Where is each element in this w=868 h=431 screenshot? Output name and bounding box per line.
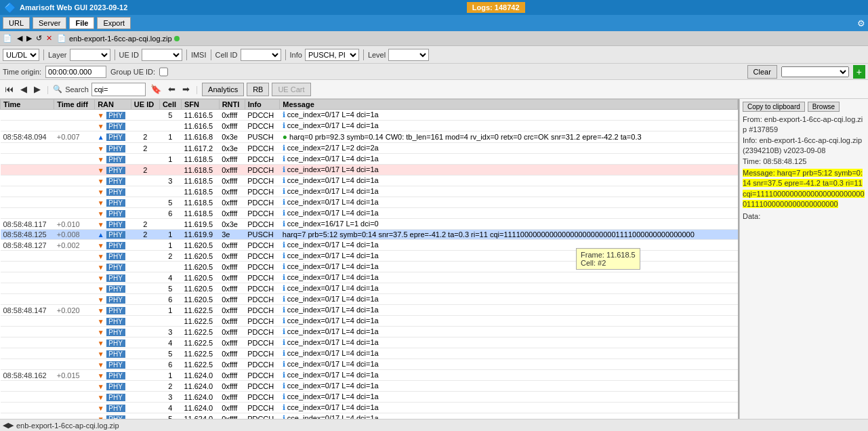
group-ue-id-checkbox[interactable]: [159, 66, 168, 78]
rp-message: Message: harq=7 prb=5:12 symb=0:14 snr=3…: [743, 168, 865, 210]
col-message[interactable]: Message: [280, 100, 738, 110]
cell-time: [1, 403, 54, 413]
cell-cell: 5: [159, 283, 181, 294]
browse-button[interactable]: Browse: [808, 102, 840, 112]
bookmark-button[interactable]: 🔖: [148, 83, 163, 95]
table-row[interactable]: 08:58:48.127 +0.002 ▼ PHY 1 11.620.5 0xf…: [1, 240, 738, 251]
next-match-button[interactable]: ➡: [180, 83, 192, 95]
table-row[interactable]: ▼ PHY 3 11.622.5 0xffff PDCCH ℹ cce_inde…: [1, 327, 738, 337]
clear-button[interactable]: Clear: [747, 65, 777, 79]
table-row[interactable]: ▼ PHY 11.622.5 0xffff PDCCH ℹ cce_index=…: [1, 316, 738, 327]
rp-info: Info: enb-export-1-6cc-ap-cqi.log.zip (2…: [743, 136, 865, 157]
rp-from: From: enb-export-1-6cc-ap-cqi.log.zip #1…: [743, 115, 865, 136]
table-row[interactable]: ▼ PHY 5 11.622.5 0xffff PDCCH ℹ cce_inde…: [1, 348, 738, 359]
table-row[interactable]: ▼ PHY 5 11.624.0 0xffff PDCCH ℹ cce_inde…: [1, 413, 738, 419]
table-row[interactable]: ▼ PHY 11.618.5 0xffff PDCCH ℹ cce_index=…: [1, 186, 738, 197]
table-row[interactable]: ▼ PHY 3 11.618.5 0xffff PDCCH ℹ cce_inde…: [1, 176, 738, 186]
table-row[interactable]: ▼ PHY 5 11.618.5 0xffff PDCCH ℹ cce_inde…: [1, 197, 738, 208]
col-rnti[interactable]: RNTI: [219, 100, 245, 110]
cell-sfn: 11.619.5: [181, 219, 219, 230]
table-row[interactable]: ▼ PHY 6 11.618.5 0xffff PDCCH ℹ cce_inde…: [1, 208, 738, 219]
nav-back[interactable]: ◀: [15, 34, 24, 43]
table-row[interactable]: ▼ PHY 3 11.624.0 0xffff PDCCH ℹ cce_inde…: [1, 392, 738, 403]
cell-time: [1, 413, 54, 419]
cell-sfn: 11.624.0: [181, 381, 219, 392]
nav-forward[interactable]: ▶: [24, 34, 34, 43]
url-button[interactable]: URL: [3, 17, 30, 29]
col-info[interactable]: Info: [245, 100, 280, 110]
cell-ueid: [131, 121, 159, 131]
table-row[interactable]: ▼ PHY 1 11.618.5 0xffff PDCCH ℹ cce_inde…: [1, 154, 738, 165]
table-row[interactable]: ▼ PHY 2 11.624.0 0xffff PDCCH ℹ cce_inde…: [1, 381, 738, 392]
table-row[interactable]: ▼ PHY 2 11.617.2 0x3e PDCCH ℹ cce_index=…: [1, 143, 738, 154]
analytics-button[interactable]: Analytics: [202, 83, 244, 96]
cell-sfn: 11.622.5: [181, 305, 219, 316]
nav-stop[interactable]: ✕: [44, 34, 54, 43]
cell-cell: [159, 262, 181, 272]
cell-id-select[interactable]: [241, 49, 281, 61]
cell-time: [1, 381, 54, 392]
ue-cart-button[interactable]: UE Cart: [272, 83, 310, 96]
search-input[interactable]: [91, 83, 146, 96]
col-ran[interactable]: RAN: [95, 100, 131, 110]
table-row[interactable]: ▼ PHY 5 11.620.5 0xffff PDCCH ℹ cce_inde…: [1, 283, 738, 294]
cell-timediff: [54, 294, 95, 305]
cell-timediff: +0.008: [54, 230, 95, 240]
cell-sfn: 11.624.0: [181, 403, 219, 413]
table-row[interactable]: 08:58:48.094 +0.007 ▲ PHY 2 1 11.616.8 0…: [1, 131, 738, 143]
cell-info: PDCCH: [245, 316, 280, 327]
table-row[interactable]: ▼ PHY 11.620.5 0xffff PDCCH ℹ cce_index=…: [1, 262, 738, 272]
clear-select[interactable]: [781, 66, 849, 77]
cell-info: PUSCH: [245, 230, 280, 240]
add-button[interactable]: +: [853, 65, 865, 79]
col-cell[interactable]: Cell: [159, 100, 181, 110]
level-select[interactable]: [388, 49, 429, 61]
cell-ran: ▼ PHY: [95, 154, 131, 165]
table-row[interactable]: ▼ PHY 4 11.624.0 0xffff PDCCH ℹ cce_inde…: [1, 403, 738, 413]
table-row[interactable]: 08:58:48.162 +0.015 ▼ PHY 1 11.624.0 0xf…: [1, 370, 738, 381]
cell-rnti: 0xffff: [219, 154, 245, 165]
cell-timediff: [54, 110, 95, 121]
file-button[interactable]: File: [69, 17, 94, 29]
table-row[interactable]: 08:58:48.125 +0.008 ▲ PHY 2 1 11.619.9 3…: [1, 230, 738, 240]
server-button[interactable]: Server: [33, 17, 66, 29]
export-button[interactable]: Export: [97, 17, 131, 29]
cell-rnti: 3e: [219, 230, 245, 240]
time-origin-input[interactable]: [45, 66, 106, 78]
cell-time: [1, 143, 54, 154]
info-select[interactable]: PUSCH, PI: [305, 49, 359, 61]
nav-refresh[interactable]: ↺: [34, 34, 44, 43]
table-row[interactable]: ▼ PHY 6 11.622.5 0xffff PDCCH ℹ cce_inde…: [1, 359, 738, 370]
cell-ran: ▼ PHY: [95, 327, 131, 337]
scroll-next-button[interactable]: ▶: [32, 83, 43, 95]
table-row[interactable]: ▼ PHY 2 11.618.5 0xffff PDCCH ℹ cce_inde…: [1, 165, 738, 176]
log-table-container[interactable]: Time Time diff RAN UE ID Cell SFN RNTI I…: [0, 99, 739, 419]
table-row[interactable]: ▼ PHY 2 11.620.5 0xffff PDCCH ℹ cce_inde…: [1, 251, 738, 262]
settings-icon[interactable]: ⚙: [857, 18, 865, 28]
ul-dl-select[interactable]: UL/DL: [3, 49, 39, 61]
table-row[interactable]: ▼ PHY 5 11.616.5 0xffff PDCCH ℹ cce_inde…: [1, 110, 738, 121]
copy-to-clipboard-button[interactable]: Copy to clipboard: [743, 102, 805, 112]
table-row[interactable]: ▼ PHY 4 11.622.5 0xffff PDCCH ℹ cce_inde…: [1, 337, 738, 348]
col-timediff[interactable]: Time diff: [54, 100, 95, 110]
col-ueid[interactable]: UE ID: [131, 100, 159, 110]
scroll-top-button[interactable]: ⏮: [3, 83, 16, 95]
scroll-prev-button[interactable]: ◀: [18, 83, 29, 95]
prev-match-button[interactable]: ⬅: [166, 83, 178, 95]
logs-tab[interactable]: Logs: 148742: [467, 2, 525, 13]
table-row[interactable]: ▼ PHY 6 11.620.5 0xffff PDCCH ℹ cce_inde…: [1, 294, 738, 305]
cell-cell: 4: [159, 337, 181, 348]
layer-select[interactable]: [70, 49, 110, 61]
cell-rnti: 0xffff: [219, 294, 245, 305]
cell-ran: ▼ PHY: [95, 262, 131, 272]
rp-message-text: Message: harq=7 prb=5:12 symb=0:14 snr=3…: [743, 169, 865, 208]
ue-id-select[interactable]: [142, 49, 182, 61]
table-row[interactable]: 08:58:48.147 +0.020 ▼ PHY 1 11.622.5 0xf…: [1, 305, 738, 316]
table-row[interactable]: 08:58:48.117 +0.010 ▼ PHY 2 11.619.5 0x3…: [1, 219, 738, 230]
col-sfn[interactable]: SFN: [181, 100, 219, 110]
rb-button[interactable]: RB: [247, 83, 269, 96]
table-row[interactable]: ▼ PHY 11.616.5 0xffff PDCCH ℹ cce_index=…: [1, 121, 738, 131]
table-row[interactable]: ▼ PHY 4 11.620.5 0xffff PDCCH ℹ cce_inde…: [1, 272, 738, 283]
status-dot: [174, 36, 180, 41]
col-time[interactable]: Time: [1, 100, 54, 110]
